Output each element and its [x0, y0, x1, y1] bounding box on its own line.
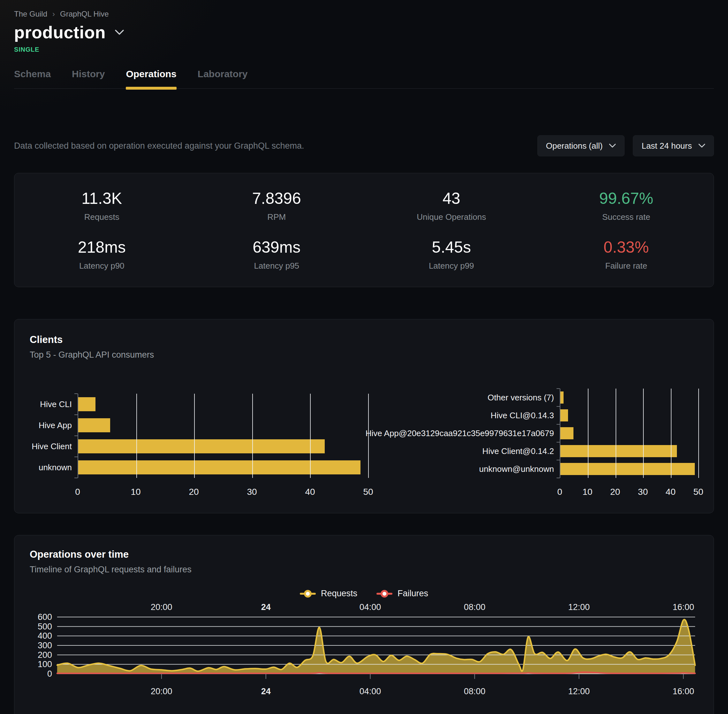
- y-axis-tick: [557, 406, 560, 407]
- y-tick-label: 600: [38, 612, 52, 622]
- gridline: [194, 394, 195, 478]
- x-tick-label: 20: [610, 487, 620, 497]
- chart-plot: [560, 388, 698, 478]
- x-tick-label-bottom: 20:00: [151, 687, 172, 696]
- tab-schema[interactable]: Schema: [14, 69, 51, 88]
- gridline: [643, 388, 644, 478]
- stat-label: Unique Operations: [417, 212, 486, 222]
- period-filter-dropdown[interactable]: Last 24 hours: [633, 135, 714, 156]
- x-tick-label: 50: [363, 487, 373, 497]
- operations-over-time-card: Operations over time Timeline of GraphQL…: [14, 535, 714, 714]
- x-tick-label-bottom: 16:00: [673, 687, 694, 696]
- legend-item-failures[interactable]: Failures: [376, 589, 428, 598]
- chart-x-axis: 01020304050: [78, 478, 368, 499]
- chevron-down-icon: [698, 144, 705, 148]
- x-tick-label: 0: [75, 487, 80, 497]
- y-axis-tick: [557, 424, 560, 424]
- clients-card: Clients Top 5 - GraphQL API consumers Hi…: [14, 319, 714, 513]
- stat-label: Failure rate: [605, 261, 648, 271]
- x-tick-label-top: 16:00: [673, 602, 694, 612]
- chevron-down-icon: [609, 144, 616, 148]
- x-tick-label: 30: [247, 487, 257, 497]
- breadcrumb-org[interactable]: The Guild: [14, 10, 47, 18]
- bar-category-label: unknown: [30, 457, 78, 478]
- x-tick-label-bottom: 24: [261, 687, 271, 696]
- bar-row: [560, 460, 698, 478]
- filter-buttons: Operations (all) Last 24 hours: [537, 135, 714, 156]
- stat-requests: 11.3K Requests: [14, 189, 190, 222]
- bar: [560, 445, 677, 457]
- bar-row: [560, 388, 698, 406]
- clients-card-title: Clients: [30, 334, 698, 345]
- y-axis-tick: [74, 456, 78, 457]
- bar-category-label: Hive CLI@0.14.3: [368, 406, 560, 424]
- stat-label: Requests: [84, 212, 119, 222]
- operations-filter-label: Operations (all): [546, 141, 603, 151]
- gridline: [698, 388, 699, 478]
- chart-x-axis: 01020304050: [560, 478, 698, 499]
- bar-row: [78, 457, 368, 478]
- bar-category-label: Other versions (7): [368, 388, 560, 406]
- y-tick-label: 0: [47, 669, 52, 679]
- chart-plot-wrap: 01020304050: [78, 394, 368, 499]
- bar: [78, 418, 110, 432]
- gridline: [671, 388, 671, 478]
- target-type-badge: SINGLE: [14, 46, 714, 53]
- stat-value: 639ms: [253, 238, 301, 256]
- target-selector-chevron-down-icon[interactable]: [114, 29, 124, 35]
- x-tick-label: 10: [582, 487, 592, 497]
- clients-by-name-chart: Hive CLIHive AppHive Clientunknown 01020…: [30, 394, 368, 499]
- x-tick-label-top: 24: [261, 602, 271, 612]
- y-axis-tick: [557, 460, 560, 460]
- tab-laboratory[interactable]: Laboratory: [198, 69, 248, 88]
- y-axis-tick: [74, 478, 78, 478]
- operations-timeline-chart: 010020030040050060020:0020:00242404:0004…: [30, 602, 698, 710]
- tab-operations[interactable]: Operations: [126, 69, 176, 88]
- y-axis-tick: [74, 393, 78, 394]
- chevron-right-icon: ›: [53, 10, 55, 18]
- legend-item-requests[interactable]: Requests: [300, 589, 357, 598]
- bar-category-label: Hive Client@0.14.2: [368, 442, 560, 460]
- chart-category-labels: Hive CLIHive AppHive Clientunknown: [30, 394, 78, 499]
- x-tick-label: 40: [666, 487, 675, 497]
- bar-category-label: unknown@unknown: [368, 460, 560, 478]
- stat-label: Latency p95: [254, 261, 299, 271]
- page-title: production: [14, 22, 106, 42]
- stats-card: 11.3K Requests 7.8396 RPM 43 Unique Oper…: [14, 173, 714, 287]
- bar: [560, 410, 568, 422]
- chart-category-labels: Other versions (7)Hive CLI@0.14.3Hive Ap…: [368, 388, 560, 499]
- active-tab-underline: [126, 87, 176, 90]
- stat-latency-p99: 5.45s Latency p99: [364, 238, 539, 271]
- breadcrumb-project[interactable]: GraphQL Hive: [60, 10, 109, 18]
- tab-history[interactable]: History: [72, 69, 105, 88]
- title-row: production: [14, 22, 714, 42]
- y-axis-tick: [557, 442, 560, 442]
- x-tick-label-top: 20:00: [151, 602, 172, 612]
- requests-series-marker-icon: [300, 590, 316, 597]
- operations-filter-dropdown[interactable]: Operations (all): [537, 135, 625, 156]
- stat-value: 43: [442, 189, 460, 208]
- bar-row: [560, 424, 698, 442]
- operations-dashboard-page: The Guild › GraphQL Hive production SING…: [0, 0, 728, 714]
- stat-label: Latency p99: [429, 261, 474, 271]
- bar-category-label: Hive App: [30, 415, 78, 436]
- filters-row: Data collected based on operation execut…: [14, 135, 714, 156]
- operations-card-subtitle: Timeline of GraphQL requests and failure…: [30, 565, 698, 574]
- bar: [78, 439, 325, 453]
- stat-value: 11.3K: [81, 189, 122, 208]
- stats-grid: 11.3K Requests 7.8396 RPM 43 Unique Oper…: [14, 189, 714, 271]
- x-tick-label: 0: [557, 487, 562, 497]
- stat-rpm: 7.8396 RPM: [190, 189, 364, 222]
- x-tick-label: 50: [693, 487, 703, 497]
- x-tick-label: 30: [638, 487, 648, 497]
- stat-value: 99.67%: [599, 189, 653, 208]
- legend-label: Requests: [321, 589, 357, 598]
- stat-latency-p90: 218ms Latency p90: [14, 238, 190, 271]
- y-tick-label: 100: [38, 660, 52, 669]
- x-tick-label-top: 08:00: [464, 602, 485, 612]
- gridline: [136, 394, 137, 478]
- gridline: [252, 394, 253, 478]
- chart-plot: [78, 394, 368, 478]
- x-tick-label-bottom: 04:00: [359, 687, 381, 696]
- gridline: [588, 388, 588, 478]
